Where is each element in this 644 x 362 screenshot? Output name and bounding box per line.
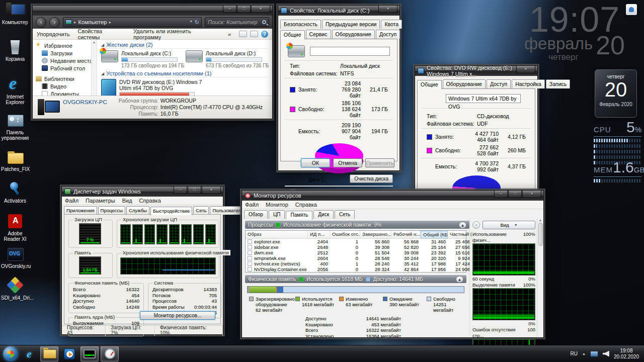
- tab-overview[interactable]: Обзор: [244, 210, 268, 219]
- tree-item-favorites[interactable]: Избранное: [36, 42, 97, 49]
- drive-d-item[interactable]: Локальный диск (D:) 673 ГБ свободно из 7…: [186, 50, 265, 68]
- address-dropdown-icon[interactable]: ▾: [190, 19, 192, 26]
- tab-quota[interactable]: Квота: [381, 20, 402, 29]
- organize-button[interactable]: Упорядочить: [37, 31, 69, 37]
- minimize-button[interactable]: –: [174, 187, 187, 194]
- physical-memory-section-header[interactable]: Физическая память Используется 1618 МБ Д…: [245, 275, 466, 283]
- back-button[interactable]: ‹: [36, 17, 46, 28]
- collapse-icon[interactable]: ▴: [456, 276, 463, 283]
- tray-expand-icon[interactable]: ▲: [582, 352, 586, 355]
- table-row[interactable]: explorer.exe2404156 86056 86831 46025 40…: [246, 239, 466, 244]
- dvd-drive-item[interactable]: DVD RW дисковод (E:) Windows 7 Ultim x64…: [101, 79, 212, 96]
- tab-performance[interactable]: Быстродействие: [150, 207, 192, 215]
- tree-item-downloads[interactable]: Загрузки: [36, 49, 97, 57]
- search-input[interactable]: Поиск: Компьютер: [205, 17, 269, 27]
- breadcrumb[interactable]: ▸ Компьютер ▸ ▾ ↻: [63, 17, 202, 27]
- tray-clock[interactable]: 19:08 20.02.2020: [614, 348, 639, 360]
- table-row[interactable]: svchost.exe (netsvcs)400128 24035 41217 …: [246, 261, 466, 266]
- clock-gadget[interactable]: 19:07 февраль 20 четверг: [519, 3, 630, 62]
- col-hard-faults[interactable]: Ошибок отс...: [330, 231, 360, 238]
- resource-monitor-button[interactable]: Монитор ресурсов...: [140, 311, 215, 320]
- desktop-icon-patches-fix[interactable]: Patches_FIX: [1, 149, 29, 172]
- help-icon[interactable]: ?: [261, 31, 268, 38]
- uninstall-program-button[interactable]: Удалить или изменить программу: [133, 28, 220, 40]
- forward-button[interactable]: ›: [49, 17, 60, 28]
- close-button[interactable]: ×: [202, 187, 221, 194]
- mem-meter-gadget[interactable]: MEM 1.6GB: [594, 159, 641, 183]
- menu-view[interactable]: Вид: [122, 198, 132, 204]
- table-row[interactable]: sidebar.exe2648039 30852 82025 16427 656: [246, 244, 466, 250]
- tab-processes[interactable]: Процессы: [98, 206, 125, 215]
- desktop-icon-sdi[interactable]: SDI_x64_Dri...: [1, 278, 29, 301]
- tab-applications[interactable]: Приложения: [64, 206, 97, 215]
- maximize-button[interactable]: □: [188, 187, 201, 194]
- menu-options[interactable]: Параметры: [86, 198, 115, 204]
- tab-disk[interactable]: Диск: [313, 210, 334, 219]
- tab-customize[interactable]: Настройка: [512, 79, 545, 88]
- maximize-button[interactable]: □: [508, 191, 522, 198]
- cancel-button[interactable]: Отмена: [333, 158, 362, 167]
- tab-networking[interactable]: Сеть: [193, 206, 209, 215]
- volume-label-input[interactable]: [310, 47, 390, 56]
- volume-icon[interactable]: [603, 351, 609, 357]
- tab-security[interactable]: Безопасность: [280, 20, 321, 29]
- ok-button[interactable]: ОК: [301, 158, 330, 167]
- tab-network[interactable]: Сеть: [335, 210, 355, 219]
- tab-general[interactable]: Общие: [280, 30, 305, 39]
- tab-memory[interactable]: Память: [286, 211, 312, 219]
- expand-panel-icon[interactable]: ›: [472, 221, 480, 229]
- tree-scrollbar[interactable]: ▲: [91, 40, 97, 96]
- menu-help[interactable]: Справка: [295, 202, 317, 208]
- tab-recording[interactable]: Запись: [546, 79, 570, 88]
- desktop-icon-adobe-reader[interactable]: Adobe Reader XI: [1, 214, 29, 242]
- minimize-button[interactable]: –: [223, 6, 236, 13]
- taskman-titlebar[interactable]: Диспетчер задач Windows – □ ×: [62, 187, 223, 197]
- resmon-scrollbar[interactable]: ▲: [537, 219, 543, 337]
- tree-item-libraries[interactable]: Библиотеки: [36, 75, 97, 82]
- tree-item-recent[interactable]: Недавние места: [36, 57, 97, 64]
- apply-button[interactable]: Применить: [365, 158, 394, 167]
- preview-pane-button[interactable]: [250, 31, 258, 37]
- section-header-hdd[interactable]: ◢Жесткие диски (2): [101, 42, 268, 49]
- refresh-icon[interactable]: ↻: [195, 19, 199, 26]
- dialog-titlebar[interactable]: Свойства: DVD RW дисковод (E:) Windows 7…: [415, 66, 537, 76]
- desktop-icon-recycle-bin[interactable]: Корзина: [1, 39, 29, 62]
- col-working-set[interactable]: Рабочий н...: [391, 231, 421, 238]
- scrollbar-thumb[interactable]: [538, 223, 543, 246]
- close-button[interactable]: ×: [251, 6, 270, 13]
- tab-services[interactable]: Службы: [126, 206, 149, 215]
- table-row[interactable]: wmpnetwk.exe2604028 54830 24420 3209 924: [246, 255, 466, 261]
- close-button[interactable]: ×: [378, 6, 397, 13]
- tab-cpu[interactable]: ЦП: [269, 210, 285, 219]
- collapse-icon[interactable]: ▴: [459, 222, 466, 228]
- disk-cleanup-button[interactable]: Очистка диска: [350, 174, 393, 183]
- menu-file[interactable]: Файл: [245, 202, 259, 208]
- taskbar-resource-monitor[interactable]: [101, 346, 119, 361]
- col-pid[interactable]: ИД п...: [308, 231, 330, 238]
- tree-item-video[interactable]: Видео: [36, 82, 97, 90]
- view-dropdown-button[interactable]: Вид▼: [482, 221, 535, 229]
- desktop-icon-internet-explorer[interactable]: Internet Explorer: [1, 77, 29, 105]
- col-shareable[interactable]: Общий (КБ): [421, 231, 448, 238]
- tab-users[interactable]: Пользователи: [210, 206, 246, 215]
- close-button[interactable]: ×: [522, 191, 541, 198]
- start-button[interactable]: [3, 346, 18, 361]
- close-button[interactable]: ×: [516, 66, 535, 73]
- tab-sharing[interactable]: Доступ: [376, 30, 400, 39]
- taskbar-internet-explorer[interactable]: e: [20, 346, 38, 361]
- tab-general[interactable]: Общие: [417, 80, 442, 89]
- volume-label-input[interactable]: Windows 7 Ultim x64 7DB by OVG: [446, 94, 521, 103]
- cpu-meter-gadget[interactable]: CPU 5%: [594, 119, 641, 164]
- desktop-icon-computer[interactable]: Компьютер: [1, 3, 29, 25]
- minimize-button[interactable]: –: [494, 191, 508, 198]
- menu-monitor[interactable]: Монитор: [266, 202, 288, 208]
- menu-file[interactable]: Файл: [65, 198, 78, 204]
- tree-item-desktop[interactable]: Рабочий стол: [36, 64, 97, 72]
- language-indicator[interactable]: RU: [571, 351, 578, 356]
- section-header-removable[interactable]: ◢Устройства со съемными носителями (1): [101, 70, 268, 77]
- tree-item-documents[interactable]: Документы: [36, 90, 97, 96]
- explorer-titlebar[interactable]: – □ ×: [33, 6, 272, 16]
- gadget-puzzle-icon[interactable]: [626, 4, 637, 15]
- tab-previous-versions[interactable]: Предыдущие версии: [322, 20, 380, 29]
- col-image[interactable]: Образ: [246, 231, 308, 238]
